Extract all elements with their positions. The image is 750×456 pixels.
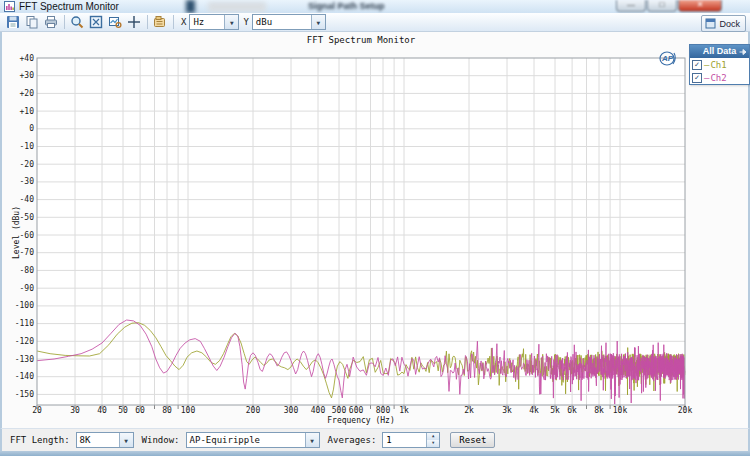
svg-text:10k: 10k (613, 406, 628, 415)
save-button[interactable] (4, 14, 22, 30)
print-button[interactable] (42, 14, 60, 30)
legend-header-label: All Data (703, 46, 737, 56)
app-icon (4, 1, 15, 12)
svg-text:-90: -90 (20, 284, 35, 293)
ch2-line-sample: — (704, 73, 709, 83)
fft-length-select[interactable]: 8K ▼ (76, 432, 134, 448)
svg-text:-60: -60 (20, 231, 35, 240)
stepper-down-button[interactable]: ▼ (427, 440, 439, 447)
ch2-checkbox[interactable]: ✓ (692, 73, 702, 83)
svg-text:200: 200 (246, 406, 261, 415)
svg-text:AP: AP (661, 54, 674, 63)
background-window-fragment: Signal Path Setup (180, 0, 610, 13)
stepper-buttons: ▲ ▼ (426, 433, 439, 447)
ap-logo: AP (654, 51, 678, 66)
chevron-down-icon: ▼ (119, 433, 133, 447)
pin-icon[interactable] (739, 48, 747, 56)
x-unit-value: Hz (190, 17, 224, 27)
minimize-button[interactable]: — (616, 0, 646, 12)
cursor-button[interactable] (125, 14, 143, 30)
svg-text:+30: +30 (20, 71, 35, 80)
svg-text:400: 400 (311, 406, 326, 415)
svg-text:30: 30 (70, 406, 80, 415)
window-controls: — □ ✕ (616, 0, 723, 12)
zoom-data-button[interactable] (106, 14, 124, 30)
averages-label: Averages: (328, 435, 377, 445)
svg-text:20: 20 (32, 406, 42, 415)
svg-text:-10: -10 (20, 142, 35, 151)
svg-text:600: 600 (349, 406, 364, 415)
background-divider (186, 0, 195, 13)
svg-text:-70: -70 (20, 248, 35, 257)
x-axis-unit-label: X (181, 17, 186, 27)
dock-button[interactable]: Dock (701, 15, 746, 32)
ch1-checkbox[interactable]: ✓ (692, 60, 702, 70)
chevron-down-icon: ▼ (305, 433, 319, 447)
window-function-value: AP-Equiripple (187, 435, 305, 445)
save-icon (6, 15, 20, 29)
svg-text:-140: -140 (15, 372, 34, 381)
legend-header: All Data (690, 45, 749, 58)
toolbar-separator (64, 15, 65, 29)
svg-text:6k: 6k (567, 406, 577, 415)
toolbar-separator (147, 15, 148, 29)
copy-icon (25, 15, 39, 29)
maximize-button[interactable]: □ (647, 0, 677, 12)
toolbar-separator (173, 15, 174, 29)
svg-text:2k: 2k (464, 406, 474, 415)
window-title: FFT Spectrum Monitor (19, 0, 119, 13)
window-function-select[interactable]: AP-Equiripple ▼ (186, 432, 320, 448)
averages-input[interactable] (383, 433, 426, 447)
svg-text:-80: -80 (20, 266, 35, 275)
y-axis-unit-label: Y (243, 17, 248, 27)
legend-panel: All Data ✓ — Ch1 ✓ — Ch2 (689, 44, 750, 85)
reset-button[interactable]: Reset (450, 432, 495, 448)
svg-text:100: 100 (181, 406, 196, 415)
background-back-button (208, 2, 266, 12)
stepper-up-button[interactable]: ▲ (427, 433, 439, 440)
print-icon (44, 15, 58, 29)
svg-text:60: 60 (135, 406, 145, 415)
svg-text:-20: -20 (20, 160, 35, 169)
svg-text:+20: +20 (20, 89, 35, 98)
zoom-in-icon (70, 15, 84, 29)
fft-spectrum-monitor-window: FFT Spectrum Monitor Signal Path Setup —… (0, 0, 750, 456)
chart-plot[interactable]: +40+30+20+100-10-20-30-40-50-60-70-80-90… (2, 32, 750, 428)
svg-text:-130: -130 (15, 355, 34, 364)
zoom-fit-button[interactable] (87, 14, 105, 30)
ch1-line-sample: — (704, 60, 709, 70)
svg-text:80: 80 (162, 406, 172, 415)
svg-text:800: 800 (376, 406, 391, 415)
graph-properties-button[interactable] (151, 14, 169, 30)
window-function-label: Window: (142, 435, 180, 445)
svg-text:+40: +40 (20, 54, 35, 63)
svg-text:-120: -120 (15, 337, 34, 346)
crosshair-icon (127, 15, 141, 29)
svg-text:-100: -100 (15, 301, 34, 310)
svg-text:20k: 20k (678, 406, 693, 415)
copy-button[interactable] (23, 14, 41, 30)
svg-text:Frequency (Hz): Frequency (Hz) (327, 416, 394, 425)
svg-text:5k: 5k (550, 406, 560, 415)
svg-text:50: 50 (118, 406, 128, 415)
svg-text:0: 0 (29, 124, 34, 133)
svg-text:500: 500 (332, 406, 347, 415)
svg-text:-110: -110 (15, 319, 34, 328)
fft-length-label: FFT Length: (10, 435, 70, 445)
window-bottom-border (0, 451, 750, 456)
dock-icon (705, 18, 716, 29)
svg-text:3k: 3k (502, 406, 512, 415)
toolbar: X Hz ▼ Y dBu ▼ Dock (0, 13, 750, 32)
dock-label: Dock (719, 19, 740, 29)
zoom-button[interactable] (68, 14, 86, 30)
x-unit-select[interactable]: Hz ▼ (189, 14, 239, 30)
y-unit-select[interactable]: dBu ▼ (252, 14, 326, 30)
svg-text:-30: -30 (20, 177, 35, 186)
graph-properties-icon (153, 15, 167, 29)
y-unit-value: dBu (253, 17, 311, 27)
svg-text:4k: 4k (529, 406, 539, 415)
legend-item-ch2: ✓ — Ch2 (690, 71, 749, 84)
zoom-fit-icon (89, 15, 103, 29)
ch2-label: Ch2 (710, 73, 726, 83)
close-button[interactable]: ✕ (678, 0, 722, 12)
